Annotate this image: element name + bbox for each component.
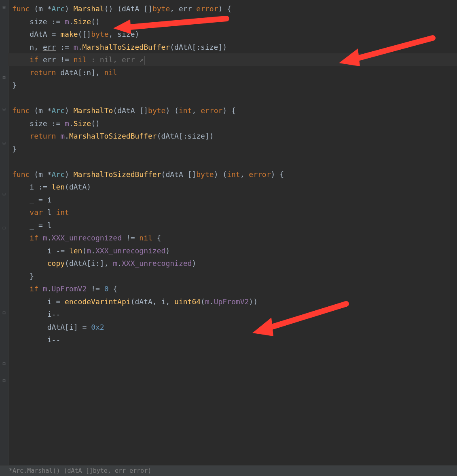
code-line[interactable]: if m.UpFromV2 != 0 { [8, 282, 457, 295]
code-line-blank[interactable] [8, 92, 457, 105]
fold-toggle-icon[interactable]: ⊟ [2, 225, 6, 230]
fold-end-icon[interactable]: ⊟ [2, 361, 6, 366]
fold-end-icon[interactable]: ⊟ [2, 107, 6, 112]
code-line[interactable]: i-- [8, 333, 457, 346]
code-line[interactable]: _ = l [8, 219, 457, 232]
code-line[interactable]: i-- [8, 308, 457, 321]
code-line[interactable]: } [8, 143, 457, 156]
code-line[interactable]: return dAtA[:n], nil [8, 66, 457, 79]
code-line[interactable]: } [8, 79, 457, 92]
code-line[interactable]: i = encodeVarintApi(dAtA, i, uint64(m.Up… [8, 295, 457, 308]
breadcrumb[interactable]: *Arc.Marshal() (dAtA []byte, err error) [0, 465, 457, 476]
code-line[interactable]: func (m *Arc) MarshalTo(dAtA []byte) (in… [8, 104, 457, 117]
code-line[interactable]: copy(dAtA[i:], m.XXX_unrecognized) [8, 257, 457, 270]
gutter: ⊟ ⊞ ⊟ ⊟ ⊟ ⊟ ⊟ ⊟ ⊟ [0, 0, 8, 476]
code-line-blank[interactable] [8, 155, 457, 168]
code-line[interactable]: } [8, 270, 457, 283]
code-line[interactable]: n, err := m.MarshalToSizedBuffer(dAtA[:s… [8, 41, 457, 54]
code-line-current[interactable]: if err != nil : nil, err ↗ [8, 53, 457, 66]
fold-end-icon[interactable]: ⊟ [2, 192, 6, 196]
fold-expand-icon[interactable]: ⊞ [2, 75, 6, 80]
code-line[interactable]: size := m.Size() [8, 117, 457, 130]
fold-toggle-icon[interactable]: ⊟ [2, 310, 6, 315]
text-caret [144, 56, 144, 65]
code-line[interactable]: return m.MarshalToSizedBuffer(dAtA[:size… [8, 130, 457, 143]
code-line[interactable]: i := len(dAtA) [8, 181, 457, 194]
code-line[interactable]: if m.XXX_unrecognized != nil { [8, 232, 457, 244]
code-line[interactable]: _ = i [8, 194, 457, 206]
fold-toggle-icon[interactable]: ⊟ [2, 5, 6, 10]
fold-toggle-icon[interactable]: ⊟ [2, 378, 6, 383]
code-line[interactable]: size := m.Size() [8, 15, 457, 28]
code-editor[interactable]: func (m *Arc) Marshal() (dAtA []byte, er… [8, 0, 457, 346]
code-line[interactable]: func (m *Arc) MarshalToSizedBuffer(dAtA … [8, 168, 457, 181]
code-line[interactable]: dAtA = make([]byte, size) [8, 28, 457, 41]
code-line[interactable]: i -= len(m.XXX_unrecognized) [8, 244, 457, 257]
code-line[interactable]: var l int [8, 206, 457, 219]
breadcrumb-text: *Arc.Marshal() (dAtA []byte, err error) [9, 467, 151, 474]
code-line[interactable]: func (m *Arc) Marshal() (dAtA []byte, er… [8, 2, 457, 15]
code-line[interactable]: dAtA[i] = 0x2 [8, 321, 457, 334]
fold-toggle-icon[interactable]: ⊟ [2, 141, 6, 145]
